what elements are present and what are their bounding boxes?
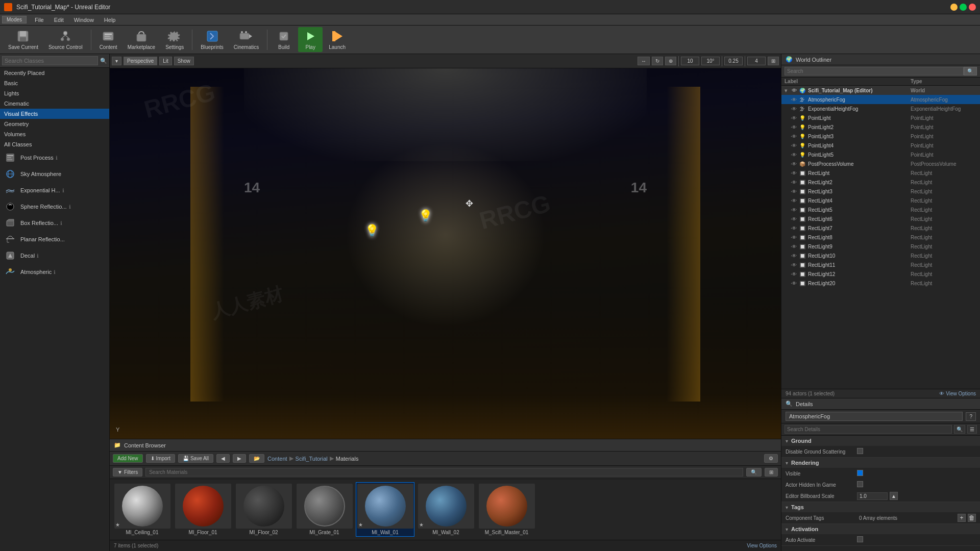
vp-num4[interactable]: 4 bbox=[747, 57, 766, 65]
category-all-classes[interactable]: All Classes bbox=[0, 139, 109, 149]
wo-item-rectlight-3[interactable]: · 👁 🔲 RectLight3 RectLight bbox=[781, 187, 980, 196]
asset-wall-01[interactable]: ★ MI_Wall_01 bbox=[356, 482, 414, 537]
toolbar-blueprints[interactable]: Blueprints bbox=[197, 27, 227, 52]
category-lights[interactable]: Lights bbox=[0, 88, 109, 98]
wo-item-rectlight-1[interactable]: · 👁 🔲 RectLight RectLight bbox=[781, 168, 980, 178]
asset-grate-01[interactable]: MI_Grate_01 bbox=[295, 482, 354, 537]
wo-item-rectlight-9[interactable]: · 👁 🔲 RectLight9 RectLight bbox=[781, 242, 980, 251]
wo-search-input[interactable] bbox=[785, 67, 964, 76]
wo-item-rectlight-12[interactable]: · 👁 🔲 RectLight12 RectLight bbox=[781, 269, 980, 279]
dp-activation-header[interactable]: ▾ Activation bbox=[781, 524, 980, 534]
wo-item-rectlight-2[interactable]: · 👁 🔲 RectLight2 RectLight bbox=[781, 178, 980, 187]
search-classes-input[interactable] bbox=[2, 56, 98, 65]
input-billboard-scale[interactable] bbox=[857, 492, 888, 500]
wo-item-rectlight-4[interactable]: · 👁 🔲 RectLight4 RectLight bbox=[781, 196, 980, 205]
dp-tags-header[interactable]: ▾ Tags bbox=[781, 502, 980, 512]
category-cinematic[interactable]: Cinematic bbox=[0, 98, 109, 109]
dp-search-input[interactable] bbox=[785, 425, 952, 434]
menu-file[interactable]: File bbox=[30, 16, 49, 24]
dp-ground-header[interactable]: ▾ Ground bbox=[781, 436, 980, 446]
menu-edit[interactable]: Edit bbox=[49, 16, 69, 24]
modes-button[interactable]: Modes bbox=[2, 16, 27, 23]
toolbar-build[interactable]: Build bbox=[272, 27, 296, 52]
vp-rotate-btn[interactable]: ↻ bbox=[652, 57, 663, 65]
wo-item-pointlight-3[interactable]: · 👁 💡 PointLight3 PointLight bbox=[781, 132, 980, 141]
category-visual-effects[interactable]: Visual Effects bbox=[0, 109, 109, 119]
wo-item-rectlight-19[interactable]: · 👁 🔲 RectLight20 RectLight bbox=[781, 279, 980, 288]
cb-import-btn[interactable]: ⬇ Import bbox=[146, 454, 175, 463]
wo-item-rectlight-5[interactable]: · 👁 🔲 RectLight5 RectLight bbox=[781, 205, 980, 214]
wo-item-atmospheric-fog[interactable]: · 👁 🌫 AtmosphericFog AtmosphericFog bbox=[781, 95, 980, 104]
dp-actor-name-input[interactable] bbox=[786, 412, 963, 421]
cb-filters-btn[interactable]: ▼ Filters bbox=[113, 468, 142, 477]
cb-nav-forward-btn[interactable]: ▶ bbox=[233, 454, 246, 463]
search-classes-icon[interactable]: 🔍 bbox=[100, 58, 107, 64]
vp-grid-size[interactable]: 10 bbox=[681, 57, 699, 65]
view-options-btn[interactable]: View Options bbox=[747, 543, 777, 548]
toolbar-save-current[interactable]: Save Current bbox=[4, 27, 42, 52]
tags-remove-btn[interactable]: 🗑 bbox=[968, 514, 976, 522]
cb-search-btn[interactable]: 🔍 bbox=[746, 468, 762, 477]
place-item-sphere-reflection[interactable]: Sphere Reflectio... ℹ bbox=[0, 198, 109, 215]
category-volumes[interactable]: Volumes bbox=[0, 129, 109, 139]
asset-ceiling-01[interactable]: ★ MI_Ceiling_01 bbox=[113, 482, 172, 537]
cb-nav-back-btn[interactable]: ◀ bbox=[216, 454, 230, 463]
place-item-decal[interactable]: Decal ℹ bbox=[0, 247, 109, 264]
wo-item-pointlight-2[interactable]: · 👁 💡 PointLight2 PointLight bbox=[781, 122, 980, 132]
vp-dropdown-btn[interactable]: ▾ bbox=[112, 57, 121, 65]
category-basic[interactable]: Basic bbox=[0, 78, 109, 88]
vp-scale-btn[interactable]: ⊕ bbox=[665, 57, 676, 65]
checkbox-auto-activate[interactable] bbox=[857, 536, 863, 542]
vp-perspective-btn[interactable]: Perspective bbox=[124, 57, 157, 65]
cb-view-btn[interactable]: ⊞ bbox=[765, 468, 778, 477]
asset-scifi-master[interactable]: M_Scifi_Master_01 bbox=[477, 482, 536, 537]
vp-lit-btn[interactable]: Lit bbox=[159, 57, 172, 65]
billboard-scale-up[interactable]: ▲ bbox=[890, 492, 898, 500]
asset-floor-02[interactable]: MI_Floor_02 bbox=[234, 482, 293, 537]
cb-save-all-btn[interactable]: 💾 Save All bbox=[178, 454, 213, 463]
main-viewport[interactable]: RRCG RRCG 人人素材 💡 💡 ✥ Y 14 14 bbox=[110, 68, 781, 439]
wo-search-btn[interactable]: 🔍 bbox=[964, 67, 977, 76]
toolbar-cinematics[interactable]: Cinematics bbox=[230, 27, 263, 52]
checkbox-dgs[interactable] bbox=[857, 448, 863, 454]
menu-window[interactable]: Window bbox=[69, 16, 99, 24]
breadcrumb-content[interactable]: Content bbox=[267, 456, 287, 462]
place-item-sky-atmosphere[interactable]: Sky Atmosphere bbox=[0, 166, 109, 182]
wo-view-options[interactable]: 👁 View Options bbox=[939, 391, 976, 396]
cb-path-btn[interactable]: 📂 bbox=[249, 454, 264, 463]
toolbar-play[interactable]: Play bbox=[298, 27, 323, 52]
minimize-button[interactable] bbox=[950, 4, 958, 11]
wo-item-rectlight-6[interactable]: · 👁 🔲 RectLight6 RectLight bbox=[781, 214, 980, 223]
vp-translate-btn[interactable]: ↔ bbox=[638, 57, 650, 65]
asset-wall-02[interactable]: ★ MI_Wall_02 bbox=[416, 482, 475, 537]
asset-floor-01[interactable]: MI_Floor_01 bbox=[174, 482, 232, 537]
wo-root-item[interactable]: ▾ 👁 🌍 Scifi_Tutorial_Map (Editor) World bbox=[781, 86, 980, 95]
close-button[interactable] bbox=[969, 4, 976, 11]
wo-item-rectlight-10[interactable]: · 👁 🔲 RectLight10 RectLight bbox=[781, 251, 980, 260]
wo-item-pointlight-4[interactable]: · 👁 💡 PointLight4 PointLight bbox=[781, 141, 980, 150]
place-item-atmospheric[interactable]: Atmospheric ℹ bbox=[0, 264, 109, 280]
vp-show-btn[interactable]: Show bbox=[174, 57, 194, 65]
tags-add-btn[interactable]: + bbox=[958, 514, 966, 522]
vp-camera-speed[interactable]: 0.25 bbox=[724, 57, 743, 65]
breadcrumb-scifi-tutorial[interactable]: Scifi_Tutorial bbox=[296, 456, 328, 462]
wo-item-pointlight-5[interactable]: · 👁 💡 PointLight5 PointLight bbox=[781, 150, 980, 159]
maximize-button[interactable] bbox=[960, 4, 967, 11]
checkbox-visible[interactable] bbox=[857, 470, 863, 476]
wo-item-pointlight-1[interactable]: · 👁 💡 PointLight PointLight bbox=[781, 113, 980, 122]
category-recently-placed[interactable]: Recently Placed bbox=[0, 68, 109, 78]
toolbar-source-control[interactable]: Source Control bbox=[44, 27, 87, 52]
place-item-box-reflection[interactable]: Box Reflectio... ℹ bbox=[0, 215, 109, 231]
toolbar-launch[interactable]: Launch bbox=[325, 27, 350, 52]
wo-item-exp-height-fog[interactable]: · 👁 🌫 ExponentialHeightFog ExponentialHe… bbox=[781, 104, 980, 113]
cb-settings-btn[interactable]: ⚙ bbox=[764, 454, 778, 463]
menu-help[interactable]: Help bbox=[99, 16, 121, 24]
place-item-exponential-fog[interactable]: Exponential H... ℹ bbox=[0, 182, 109, 198]
wo-item-rectlight-7[interactable]: · 👁 🔲 RectLight7 RectLight bbox=[781, 223, 980, 233]
dp-filter-btn[interactable]: ☰ bbox=[967, 425, 977, 434]
toolbar-content[interactable]: Content bbox=[95, 27, 121, 52]
place-item-post-process[interactable]: Post Process ℹ bbox=[0, 149, 109, 166]
wo-item-ppv[interactable]: · 👁 📦 PostProcessVolume PostProcessVolum… bbox=[781, 159, 980, 168]
wo-item-rectlight-11[interactable]: · 👁 🔲 RectLight11 RectLight bbox=[781, 260, 980, 269]
place-item-planar-reflection[interactable]: Planar Reflectio... bbox=[0, 231, 109, 247]
